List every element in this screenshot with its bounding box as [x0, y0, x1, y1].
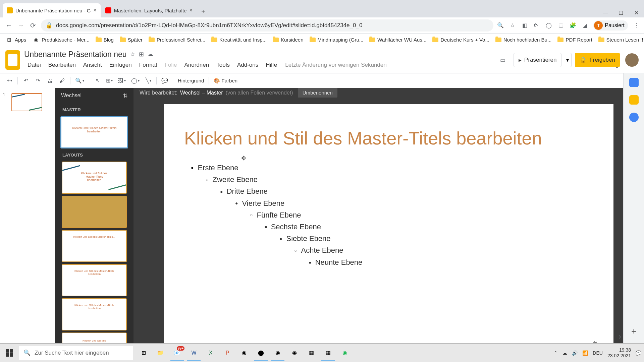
start-button[interactable] — [0, 344, 19, 362]
wifi-tray-icon[interactable]: 📶 — [582, 350, 588, 356]
extension-icon[interactable]: ◯ — [544, 20, 554, 31]
zoom-icon[interactable]: 🔍 — [495, 20, 505, 31]
bookmark-folder[interactable]: Deutsche Kurs + Vo... — [430, 36, 492, 44]
move-icon[interactable]: ⊞ — [139, 51, 144, 58]
colors-button[interactable]: 🎨 Farben — [212, 75, 239, 86]
undo-button[interactable]: ↶ — [20, 75, 31, 86]
present-button[interactable]: ▸ Präsentieren — [514, 53, 561, 67]
reload-button[interactable]: ⟳ — [27, 19, 39, 32]
bookmark-folder[interactable]: Später — [117, 36, 145, 44]
bookmark-folder[interactable]: Kreativität und Insp... — [209, 36, 269, 44]
close-icon[interactable]: × — [93, 7, 96, 13]
bookmark-item[interactable]: ◉Produktsuche - Mer... — [30, 35, 92, 45]
powerpoint-icon[interactable]: P — [219, 345, 235, 361]
profile-chip[interactable]: T Pausiert — [593, 20, 628, 31]
user-avatar[interactable] — [625, 53, 639, 67]
comment-tool[interactable]: 💬 — [159, 75, 170, 86]
star-icon[interactable]: ☆ — [507, 20, 518, 31]
keep-icon[interactable] — [629, 95, 639, 105]
bookmark-folder[interactable]: Mindmapping (Gru... — [307, 36, 366, 44]
last-edit-text[interactable]: Letzte Änderung vor wenigen Sekunden — [285, 62, 386, 68]
menu-hilfe[interactable]: Hilfe — [262, 60, 280, 70]
puzzle-icon[interactable]: 🧩 — [568, 20, 578, 31]
zoom-button[interactable]: 🔍▾ — [73, 75, 86, 86]
menu-bearbeiten[interactable]: Bearbeiten — [45, 60, 79, 70]
menu-addons[interactable]: Add-ons — [234, 60, 262, 70]
menu-anordnen[interactable]: Anordnen — [181, 60, 213, 70]
obs-icon[interactable]: ⬤ — [253, 345, 269, 361]
bookmark-folder[interactable]: PDF Report — [555, 36, 595, 44]
bookmark-folder[interactable]: Kursideen — [270, 36, 306, 44]
collapse-toolbar-button[interactable]: ⌃ — [615, 66, 619, 72]
explorer-icon[interactable]: 📁 — [152, 345, 168, 361]
apps-button[interactable]: ⊞Apps — [3, 35, 29, 45]
menu-format[interactable]: Format — [136, 60, 161, 70]
textbox-tool[interactable]: ⊞▾ — [104, 75, 115, 86]
layout-thumbnail[interactable]: Klicken und Stil des Master-Titels... — [62, 230, 127, 262]
notifications-button[interactable]: 💬 — [636, 350, 641, 356]
slide-thumbnail[interactable] — [11, 93, 42, 111]
app-icon[interactable]: ▦ — [303, 345, 319, 361]
clock[interactable]: 19:38 23.02.2021 — [607, 347, 631, 359]
word-icon[interactable]: W — [186, 345, 202, 361]
explore-button[interactable]: › — [619, 332, 621, 341]
layout-thumbnail[interactable]: Klicken und Stil des Master-Titelsbearbe… — [62, 264, 127, 296]
excel-icon[interactable]: X — [203, 345, 219, 361]
layout-thumbnail[interactable]: Klicken und Stil desMaster-Titelsbearbei… — [62, 333, 127, 343]
extension-icon[interactable]: ⬚ — [556, 20, 566, 31]
bookmark-folder[interactable]: Steuern Lesen !!!! — [596, 36, 644, 44]
url-input[interactable]: 🔒 docs.google.com/presentation/d/1o2Pm-L… — [41, 19, 493, 32]
extension-icon[interactable]: ◢ — [580, 20, 590, 31]
document-title[interactable]: Unbenannte Präsentation neu — [24, 50, 127, 59]
share-button[interactable]: 🔒 Freigeben — [575, 53, 620, 67]
paint-format-button[interactable]: 🖌 — [57, 75, 67, 86]
new-tab-button[interactable]: + — [197, 5, 209, 17]
menu-datei[interactable]: Datei — [24, 60, 44, 70]
comments-button[interactable]: ▭ — [495, 53, 510, 67]
cloud-icon[interactable]: ☁ — [147, 51, 153, 58]
close-window-button[interactable]: ✕ — [629, 8, 644, 17]
rename-button[interactable]: Umbenennen — [298, 88, 337, 98]
edge-icon[interactable]: ◉ — [286, 345, 303, 361]
line-tool[interactable]: ╲▾ — [143, 75, 154, 86]
present-dropdown[interactable]: ▾ — [564, 53, 572, 67]
app-icon[interactable]: ▦ — [320, 345, 336, 361]
star-icon[interactable]: ☆ — [130, 51, 136, 58]
close-icon[interactable]: × — [189, 7, 192, 13]
calendar-icon[interactable] — [629, 78, 639, 87]
print-button[interactable]: 🖨 — [45, 75, 55, 86]
menu-tools[interactable]: Tools — [213, 60, 233, 70]
slides-logo[interactable] — [5, 50, 20, 70]
select-tool[interactable]: ↖ — [92, 75, 103, 86]
slide-canvas[interactable]: Klicken und Stil des Master-Titels bearb… — [164, 104, 613, 357]
bookmark-folder[interactable]: Wahlfächer WU Aus... — [367, 36, 429, 44]
tray-chevron[interactable]: ⌃ — [554, 350, 558, 356]
forward-button[interactable]: → — [15, 19, 27, 32]
task-view-button[interactable]: ⊞ — [136, 345, 152, 361]
tasks-icon[interactable] — [629, 113, 639, 122]
maximize-button[interactable]: ☐ — [613, 8, 629, 17]
mail-icon[interactable]: 📧99+ — [169, 345, 185, 361]
shape-tool[interactable]: ◯▾ — [129, 75, 142, 86]
back-button[interactable]: ← — [3, 19, 15, 32]
image-tool[interactable]: 🖼▾ — [116, 75, 128, 86]
chrome-icon[interactable]: ◉ — [270, 345, 286, 361]
minimize-button[interactable]: — — [598, 8, 613, 17]
layout-thumbnail[interactable]: Klicken und Stil des Master-Titelsbearbe… — [62, 298, 127, 330]
bookmark-folder[interactable]: Noch hochladen Bu... — [493, 36, 554, 44]
taskbar-search[interactable]: 🔍 Zur Suche Text hier eingeben — [19, 346, 133, 360]
extension-icon[interactable]: ◧ — [520, 20, 530, 31]
layout-thumbnail[interactable]: Klicken und Stil desMaster-Titelsbearbei… — [62, 162, 127, 194]
theme-dropdown-icon[interactable]: ⇅ — [123, 93, 127, 99]
cloud-tray-icon[interactable]: ☁ — [562, 350, 567, 356]
menu-einfuegen[interactable]: Einfügen — [106, 60, 135, 70]
background-button[interactable]: Hintergrund — [176, 75, 206, 86]
master-thumbnail[interactable]: Klicken und Stil des Master-Titels bearb… — [60, 116, 128, 148]
master-title-placeholder[interactable]: Klicken und Stil des Master-Titels bearb… — [184, 128, 593, 148]
menu-folie[interactable]: Folie — [161, 60, 180, 70]
layout-thumbnail[interactable] — [62, 196, 127, 228]
volume-tray-icon[interactable]: 🔊 — [572, 350, 578, 356]
extension-icon[interactable]: 🛍 — [532, 20, 542, 31]
menu-ansicht[interactable]: Ansicht — [80, 60, 105, 70]
bookmark-folder[interactable]: Professionell Schrei... — [146, 36, 208, 44]
